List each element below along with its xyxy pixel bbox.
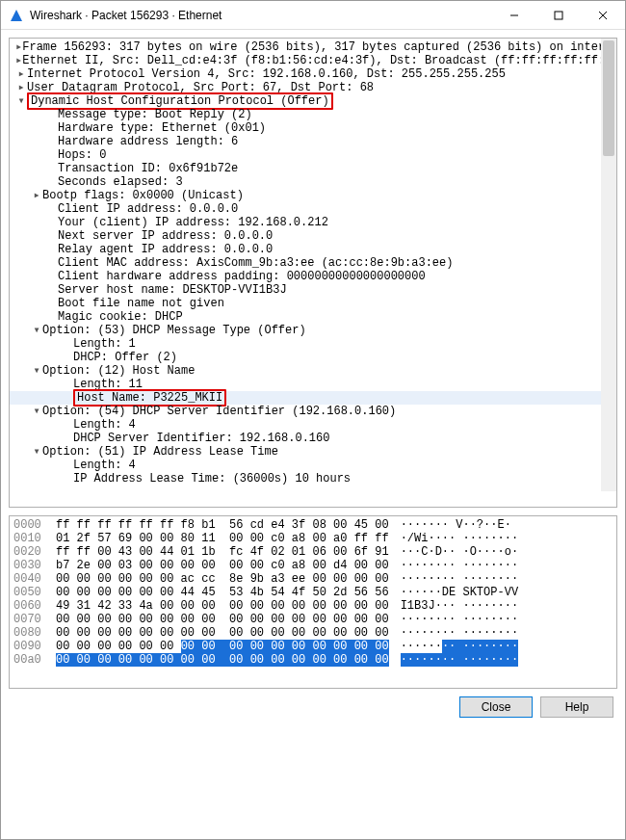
hex-row[interactable]: 001001 2f 57 69 00 00 80 11 00 00 c0 a8 … [13,532,613,545]
tree-row[interactable]: Hardware type: Ethernet (0x01) [10,121,616,135]
tree-row[interactable]: Length: 1 [10,337,616,351]
tree-label: Frame 156293: 317 bytes on wire (2536 bi… [22,40,616,54]
tree-row[interactable]: DHCP Server Identifier: 192.168.0.160 [10,432,616,445]
content-area: ▸Frame 156293: 317 bytes on wire (2536 b… [1,30,625,839]
tree-label: Ethernet II, Src: Dell_cd:e4:3f (f8:b1:5… [22,54,616,67]
minimize-button[interactable] [492,1,536,30]
tree-row[interactable]: ▾Option: (12) Host Name [10,364,616,378]
tree-label: Option: (54) DHCP Server Identifier (192… [42,405,396,418]
collapse-icon[interactable]: ▾ [31,364,42,378]
hex-row[interactable]: 004000 00 00 00 00 00 ac cc 8e 9b a3 ee … [13,572,613,586]
close-button[interactable]: Close [459,696,533,718]
hex-offset: 00a0 [13,653,56,667]
packet-details-pane[interactable]: ▸Frame 156293: 317 bytes on wire (2536 b… [9,38,617,508]
tree-label: Client IP address: 0.0.0.0 [58,202,238,216]
hex-bytes: 01 2f 57 69 00 00 80 11 00 00 c0 a8 00 a… [56,532,389,545]
hex-bytes: 00 00 00 00 00 00 00 00 00 00 00 00 00 0… [56,653,389,667]
hex-offset: 0070 [13,613,56,626]
expand-icon[interactable]: ▸ [15,81,27,94]
close-window-button[interactable] [581,1,625,30]
tree-label: Hardware address length: 6 [58,135,238,148]
tree-label: Server host name: DESKTOP-VVI1B3J [58,283,287,297]
tree-label: Message type: Boot Reply (2) [58,108,252,121]
window-buttons [492,1,625,30]
hex-row[interactable]: 007000 00 00 00 00 00 00 00 00 00 00 00 … [13,613,613,626]
tree-row[interactable]: Seconds elapsed: 3 [10,175,616,189]
hex-ascii: ········ ········ [389,653,518,667]
hex-row[interactable]: 0000ff ff ff ff ff ff f8 b1 56 cd e4 3f … [13,518,613,532]
hex-bytes: b7 2e 00 03 00 00 00 00 00 00 c0 a8 00 d… [56,559,389,572]
collapse-icon[interactable]: ▾ [31,405,42,418]
hex-bytes: 00 00 00 00 00 00 44 45 53 4b 54 4f 50 2… [56,586,389,599]
hex-dump[interactable]: 0000ff ff ff ff ff ff f8 b1 56 cd e4 3f … [10,516,616,688]
svg-rect-1 [555,12,562,19]
hex-row[interactable]: 00a000 00 00 00 00 00 00 00 00 00 00 00 … [13,653,613,667]
tree-row[interactable]: Length: 4 [10,418,616,432]
hex-offset: 0040 [13,572,56,586]
collapse-icon[interactable]: ▾ [15,94,27,108]
tree-row[interactable]: ▾Option: (53) DHCP Message Type (Offer) [10,324,616,337]
tree-row[interactable]: Client hardware address padding: 0000000… [10,270,616,283]
hex-bytes: ff ff 00 43 00 44 01 1b fc 4f 02 01 06 0… [56,545,389,559]
tree-label: Internet Protocol Version 4, Src: 192.16… [27,67,506,81]
expand-icon[interactable]: ▸ [15,67,27,81]
tree-row[interactable]: ▸Frame 156293: 317 bytes on wire (2536 b… [10,40,616,54]
tree-label: DHCP: Offer (2) [73,351,177,364]
tree-row[interactable]: ▾Dynamic Host Configuration Protocol (Of… [10,94,616,108]
help-button[interactable]: Help [540,696,613,718]
hex-row[interactable]: 008000 00 00 00 00 00 00 00 00 00 00 00 … [13,626,613,640]
tree-row[interactable]: Length: 4 [10,459,616,472]
tree-row[interactable]: Next server IP address: 0.0.0.0 [10,229,616,243]
tree-row[interactable]: Server host name: DESKTOP-VVI1B3J [10,283,616,297]
hex-row[interactable]: 005000 00 00 00 00 00 44 45 53 4b 54 4f … [13,586,613,599]
tree-label: Length: 4 [73,459,136,472]
hex-ascii: ···C·D·· ·O····o· [389,545,518,559]
collapse-icon[interactable]: ▾ [31,445,42,459]
tree-row[interactable]: Host Name: P3225_MKII [10,391,616,405]
hex-offset: 0020 [13,545,56,559]
hex-bytes: 00 00 00 00 00 00 ac cc 8e 9b a3 ee 00 0… [56,572,389,586]
hex-offset: 0090 [13,640,56,653]
hex-row[interactable]: 006049 31 42 33 4a 00 00 00 00 00 00 00 … [13,599,613,613]
tree-row[interactable]: ▸Bootp flags: 0x0000 (Unicast) [10,189,616,202]
hex-row[interactable]: 009000 00 00 00 00 00 00 00 00 00 00 00 … [13,640,613,653]
tree-label: Transaction ID: 0x6f91b72e [58,162,238,175]
tree-label: Length: 4 [73,418,136,432]
tree-row[interactable]: ▾Option: (54) DHCP Server Identifier (19… [10,405,616,418]
tree-row[interactable]: Client IP address: 0.0.0.0 [10,202,616,216]
tree-label: Option: (12) Host Name [42,364,195,378]
maximize-button[interactable] [536,1,581,30]
packet-details-tree[interactable]: ▸Frame 156293: 317 bytes on wire (2536 b… [10,39,616,507]
hex-bytes: ff ff ff ff ff ff f8 b1 56 cd e4 3f 08 0… [56,518,389,532]
tree-row[interactable]: ▾Option: (51) IP Address Lease Time [10,445,616,459]
tree-row[interactable]: Message type: Boot Reply (2) [10,108,616,121]
tree-row[interactable]: IP Address Lease Time: (36000s) 10 hours [10,472,616,486]
tree-row[interactable]: Your (client) IP address: 192.168.0.212 [10,216,616,229]
tree-label: Client MAC address: AxisComm_9b:a3:ee (a… [58,256,453,270]
tree-row[interactable]: Transaction ID: 0x6f91b72e [10,162,616,175]
hex-row[interactable]: 0020ff ff 00 43 00 44 01 1b fc 4f 02 01 … [13,545,613,559]
tree-row[interactable]: DHCP: Offer (2) [10,351,616,364]
collapse-icon[interactable]: ▾ [31,324,42,337]
hex-row[interactable]: 0030b7 2e 00 03 00 00 00 00 00 00 c0 a8 … [13,559,613,572]
tree-row[interactable]: Hardware address length: 6 [10,135,616,148]
packet-bytes-pane[interactable]: 0000ff ff ff ff ff ff f8 b1 56 cd e4 3f … [9,515,617,689]
expand-icon[interactable]: ▸ [31,189,42,202]
tree-row[interactable]: ▸Internet Protocol Version 4, Src: 192.1… [10,67,616,81]
tree-row[interactable]: ▸Ethernet II, Src: Dell_cd:e4:3f (f8:b1:… [10,54,616,67]
hex-ascii: I1B3J··· ········ [389,599,518,613]
hex-offset: 0010 [13,532,56,545]
tree-row[interactable]: Client MAC address: AxisComm_9b:a3:ee (a… [10,256,616,270]
hex-ascii: ······· V··?··E· [389,518,511,532]
tree-row[interactable]: Magic cookie: DHCP [10,310,616,324]
expand-icon[interactable]: ▸ [15,54,22,67]
tree-row[interactable]: Relay agent IP address: 0.0.0.0 [10,243,616,256]
hex-ascii: ······DE SKTOP-VV [389,586,518,599]
scrollbar-thumb[interactable] [603,40,614,156]
expand-icon[interactable]: ▸ [15,40,22,54]
tree-row[interactable]: Hops: 0 [10,148,616,162]
tree-row[interactable]: Boot file name not given [10,297,616,310]
hex-ascii: ········ ········ [389,640,518,653]
hex-ascii: ········ ········ [389,559,518,572]
vertical-scrollbar[interactable] [601,39,616,491]
